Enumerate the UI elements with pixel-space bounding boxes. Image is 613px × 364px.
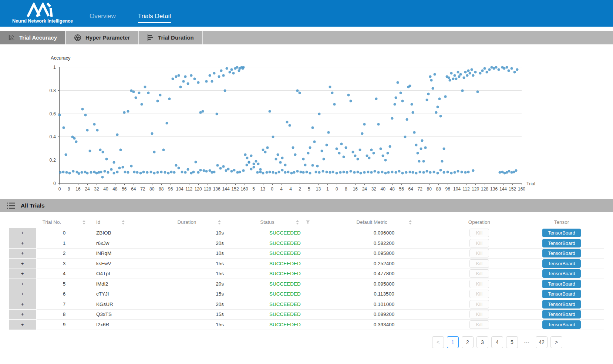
x-axis-tick [115, 183, 115, 185]
row-expander-button[interactable]: + [9, 320, 36, 330]
trial-id-cell: iMdi2 [92, 279, 156, 289]
scatter-point [432, 87, 434, 90]
kill-button[interactable]: Kill [469, 310, 489, 318]
tab-trial-duration[interactable]: Trial Duration [139, 31, 203, 44]
tab-hyper-parameter[interactable]: Hyper Parameter [66, 31, 139, 44]
row-expander-button[interactable]: + [9, 279, 36, 289]
column-label: Duration [177, 219, 196, 225]
nni-logo-icon [26, 3, 60, 17]
tensorboard-button[interactable]: TensorBoard [542, 310, 581, 318]
prev-page-button[interactable]: < [432, 336, 444, 348]
tensorboard-button[interactable]: TensorBoard [542, 239, 581, 247]
scatter-point [195, 161, 197, 163]
tensorboard-button[interactable]: TensorBoard [542, 320, 581, 329]
table-row: +7KGsUR20sSUCCEEDED0.101000KillTensorBoa… [9, 299, 604, 310]
scatter-point [181, 171, 183, 173]
table-row: +2iNRqM10sSUCCEEDED0.095800KillTensorBoa… [9, 248, 604, 259]
page-button-42[interactable]: 42 [536, 336, 548, 348]
scatter-point [472, 74, 474, 77]
tensorboard-button[interactable]: TensorBoard [542, 269, 581, 278]
y-axis-tick-label: 1 [43, 65, 56, 70]
y-axis-tick [58, 67, 60, 67]
row-expander-button[interactable]: + [9, 309, 36, 320]
x-axis-tick [152, 183, 152, 185]
scatter-chart-icon [8, 34, 15, 41]
tab-trial-accuracy[interactable]: Trial Accuracy [0, 31, 66, 44]
column-label: Operation [468, 219, 490, 225]
row-expander-button[interactable]: + [9, 238, 36, 249]
row-expander-button[interactable]: + [9, 269, 36, 279]
scatter-point [412, 171, 414, 174]
tensorboard-button[interactable]: TensorBoard [542, 290, 581, 298]
scatter-point [340, 143, 343, 145]
next-page-button[interactable]: > [550, 336, 562, 348]
scatter-point [294, 153, 296, 156]
kill-button[interactable]: Kill [469, 269, 489, 278]
sort-icon[interactable] [82, 220, 85, 225]
tensorboard-button[interactable]: TensorBoard [542, 280, 581, 288]
tab-label: Trial Duration [158, 34, 194, 41]
scatter-point [408, 85, 411, 87]
row-expander-button[interactable]: + [9, 289, 36, 299]
scatter-point [474, 71, 477, 73]
sort-icon[interactable] [409, 220, 412, 225]
column-header-id: Id [92, 217, 156, 228]
scatter-point [105, 158, 108, 161]
scatter-point [193, 78, 196, 80]
default-metric-cell: 0.095800 [329, 279, 439, 289]
kill-button[interactable]: Kill [469, 249, 489, 257]
sort-icon[interactable] [122, 220, 125, 225]
scatter-plot[interactable]: Trial 00.20.40.60.8108162432404856647280… [59, 67, 522, 184]
scatter-point [159, 94, 162, 97]
tensorboard-button[interactable]: TensorBoard [542, 259, 581, 268]
scatter-point [425, 98, 428, 101]
operation-cell: Kill [439, 269, 519, 279]
page-button-1[interactable]: 1 [447, 336, 459, 348]
scatter-point [484, 67, 486, 70]
tensorboard-button[interactable]: TensorBoard [542, 229, 581, 237]
scatter-point [130, 165, 132, 167]
nav-tab-trials-detail[interactable]: Trials Detail [138, 13, 171, 23]
kill-button[interactable]: Kill [469, 300, 489, 309]
x-axis-tick [226, 183, 226, 185]
scatter-point [461, 89, 464, 92]
x-axis-tick-label: 40 [381, 186, 385, 192]
nav-tab-overview[interactable]: Overview [90, 13, 116, 23]
page-button-4[interactable]: 4 [491, 336, 503, 348]
kill-button[interactable]: Kill [469, 229, 489, 237]
row-expander-button[interactable]: + [9, 299, 36, 310]
scatter-point [353, 171, 356, 174]
filter-icon[interactable] [306, 220, 310, 225]
scatter-point [63, 127, 65, 129]
page-button-5[interactable]: 5 [506, 336, 518, 348]
kill-button[interactable]: Kill [469, 320, 489, 329]
kill-button[interactable]: Kill [469, 280, 489, 288]
row-expander-button[interactable]: + [9, 228, 36, 238]
scatter-point [156, 100, 159, 102]
scatter-point [377, 171, 380, 174]
scatter-point [242, 169, 245, 172]
scatter-point [104, 170, 106, 173]
scatter-point [213, 72, 216, 74]
scatter-point [510, 67, 513, 70]
sort-icon[interactable] [296, 220, 299, 225]
page-button-3[interactable]: 3 [476, 336, 488, 348]
kill-button[interactable]: Kill [469, 290, 489, 298]
scatter-point [233, 169, 236, 171]
scatter-point [422, 160, 425, 163]
tensorboard-button[interactable]: TensorBoard [542, 249, 581, 257]
page-button-2[interactable]: 2 [462, 336, 474, 348]
scatter-point [244, 153, 247, 156]
sort-icon[interactable] [218, 220, 221, 225]
scatter-point [215, 112, 218, 115]
kill-button[interactable]: Kill [469, 239, 489, 247]
row-expander-button[interactable]: + [9, 248, 36, 259]
scatter-point [284, 164, 286, 166]
row-expander-button[interactable]: + [9, 259, 36, 269]
scatter-point [75, 140, 77, 143]
tensorboard-button[interactable]: TensorBoard [542, 300, 581, 309]
scatter-point [307, 152, 309, 155]
scatter-point [58, 114, 61, 116]
kill-button[interactable]: Kill [469, 259, 489, 268]
table-row: +8Q3xTS15sSUCCEEDED0.089200KillTensorBoa… [9, 309, 604, 320]
